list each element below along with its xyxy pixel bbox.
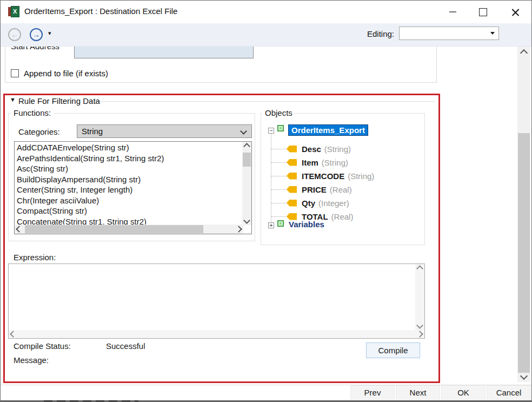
maximize-button[interactable]: [473, 5, 493, 19]
function-item[interactable]: ArePathsIdentical(String str1, String st…: [15, 153, 242, 164]
field-icon: [287, 159, 297, 166]
function-listbox[interactable]: AddCDATAEnvelope(String str) ArePathsIde…: [14, 141, 252, 234]
editing-dropdown[interactable]: [399, 27, 499, 40]
start-address-label: Start Address: [11, 47, 70, 52]
tree-connector: [271, 203, 287, 203]
function-item[interactable]: BuildDisplayAmpersand(String str): [15, 174, 242, 185]
function-item[interactable]: Chr(Integer asciiValue): [15, 195, 242, 206]
rule-section-title: Rule For Filtering Data: [18, 96, 100, 106]
minimize-button[interactable]: [443, 5, 462, 19]
field-icon: [287, 186, 297, 193]
forward-button[interactable]: →: [30, 28, 43, 41]
dialog-window: X OrderItems_Export : Destination Excel …: [0, 0, 532, 402]
minus-icon: −: [269, 127, 272, 134]
rule-collapse-toggle[interactable]: ▼: [10, 96, 16, 103]
scroll-up-button[interactable]: [242, 142, 251, 151]
compile-button[interactable]: Compile: [366, 342, 420, 358]
chevron-down-icon: [416, 322, 423, 329]
scroll-down-button[interactable]: [517, 370, 530, 382]
prev-button[interactable]: Prev: [350, 385, 395, 400]
categories-dropdown-value: String: [82, 127, 103, 136]
back-icon: ←: [11, 30, 18, 39]
tree-root-node[interactable]: OrderItems_Export: [288, 124, 368, 136]
objects-group: Objects − OrderItems_Export Desc (String…: [261, 113, 425, 245]
back-button[interactable]: ←: [8, 28, 21, 41]
function-item[interactable]: Center(String str, Integer length): [15, 184, 242, 195]
variables-node[interactable]: Variables: [289, 220, 324, 229]
toolbar: ← → ▾ Editing:: [1, 23, 531, 47]
tree-field-row[interactable]: PRICE (Real): [287, 184, 352, 195]
ok-button[interactable]: OK: [441, 385, 486, 400]
chevron-right-icon: [416, 331, 423, 338]
chevron-down-icon: [243, 217, 250, 224]
function-list-hscrollbar[interactable]: [15, 225, 243, 234]
expression-vscrollbar[interactable]: [415, 264, 424, 330]
title-bar: X OrderItems_Export : Destination Excel …: [1, 1, 531, 23]
function-item[interactable]: Compact(String str): [15, 206, 242, 216]
scroll-up-button[interactable]: [517, 47, 530, 59]
scroll-right-button[interactable]: [415, 330, 424, 338]
compile-status-label: Compile Status:: [14, 341, 71, 351]
categories-label: Categories:: [18, 127, 60, 136]
tree-field-row[interactable]: Item (String): [287, 157, 348, 168]
tree-connector: [271, 189, 287, 190]
field-icon: [287, 173, 297, 180]
categories-dropdown[interactable]: String: [77, 124, 252, 138]
next-button[interactable]: Next: [396, 385, 440, 400]
field-icon: [287, 200, 297, 207]
rule-group-topline: [94, 101, 435, 102]
functions-group-label: Functions:: [11, 108, 54, 117]
append-checkbox[interactable]: [11, 69, 19, 77]
tree-connector: [271, 162, 287, 163]
close-button[interactable]: [506, 5, 525, 19]
field-type: (String): [322, 158, 348, 167]
scroll-up-button[interactable]: [415, 264, 424, 273]
objects-group-label: Objects: [262, 108, 295, 117]
chevron-up-icon: [243, 143, 250, 150]
field-name: Item: [302, 158, 318, 167]
expression-textarea[interactable]: [8, 263, 425, 339]
collapse-triangle-icon: ▼: [10, 96, 16, 103]
functions-group: Functions: Categories: String AddCDATAEn…: [8, 113, 255, 241]
tree-connector: [271, 216, 287, 217]
forward-menu-caret[interactable]: ▾: [48, 30, 51, 37]
vscroll-thumb[interactable]: [518, 133, 530, 373]
categories-chevron-icon: [240, 128, 247, 135]
field-type: (Real): [330, 185, 352, 194]
tree-field-row[interactable]: Qty (Integer): [287, 197, 349, 208]
hscroll-thumb[interactable]: [25, 225, 203, 233]
vscroll-thumb[interactable]: [243, 153, 251, 167]
chevron-up-icon: [416, 265, 423, 272]
start-address-field[interactable]: [74, 47, 254, 58]
plus-icon: +: [269, 222, 272, 228]
window-vscrollbar[interactable]: [517, 47, 530, 382]
variables-expand-box[interactable]: +: [268, 222, 274, 228]
scroll-right-button[interactable]: [234, 225, 243, 234]
window-title: OrderItems_Export : Destination Excel Fi…: [24, 6, 177, 16]
tree-root-expand-box[interactable]: −: [268, 128, 274, 134]
scroll-left-button[interactable]: [9, 330, 18, 338]
tree-root-node-icon: [277, 125, 284, 131]
destination-panel: Start Address Append to file (if exists): [5, 47, 437, 83]
cancel-button[interactable]: Cancel: [487, 385, 531, 400]
message-label: Message:: [14, 355, 49, 365]
function-item[interactable]: AddCDATAEnvelope(String str): [15, 142, 242, 153]
chevron-left-icon: [10, 331, 17, 338]
field-name: PRICE: [302, 185, 327, 194]
tree-connector: [271, 149, 287, 149]
scroll-down-button[interactable]: [415, 321, 424, 330]
field-name: Qty: [302, 199, 315, 208]
append-checkbox-label: Append to file (if exists): [24, 69, 108, 78]
tree-field-row[interactable]: Desc (String): [287, 143, 351, 154]
function-list-vscrollbar[interactable]: [242, 142, 251, 225]
expression-hscrollbar[interactable]: [9, 330, 424, 338]
excel-app-icon: X: [8, 6, 20, 17]
function-item[interactable]: Asc(String str): [15, 163, 242, 174]
scroll-left-button[interactable]: [15, 225, 24, 234]
field-type: (Real): [331, 212, 354, 221]
tree-field-row[interactable]: ITEMCODE (String): [287, 170, 374, 181]
scroll-down-button[interactable]: [242, 216, 251, 225]
field-name: Desc: [302, 144, 321, 154]
expression-label: Expression:: [14, 253, 56, 262]
chevron-right-icon: [235, 226, 242, 233]
